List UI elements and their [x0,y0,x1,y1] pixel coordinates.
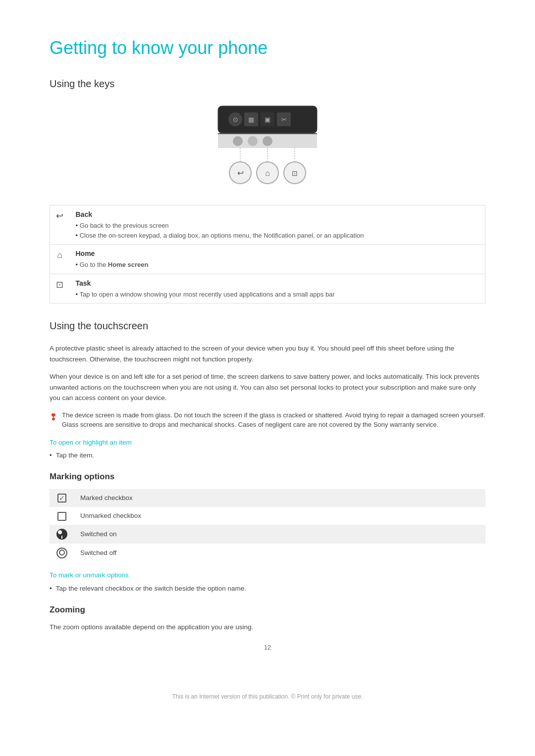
switched-on-label: Switched on [74,525,485,544]
to-mark-heading: To mark or unmark options [50,570,485,580]
marking-row-switch-on: Switched on [50,525,485,544]
svg-text:⌂: ⌂ [265,169,270,177]
home-description: Home Go to the Home screen [70,245,485,274]
marking-row-unchecked: Unmarked checkbox [50,507,485,525]
marked-checkbox-label: Marked checkbox [74,489,485,507]
back-icon: ↩ [50,205,70,245]
switched-off-label: Switched off [74,544,485,562]
touchscreen-paragraph-1: A protective plastic sheet is already at… [50,343,485,364]
home-title: Home [76,249,480,259]
switch-on-icon [50,525,74,544]
home-icon: ⌂ [50,245,70,274]
to-open-bullet-text: Tap the item. [56,451,94,460]
task-icon: ⊡ [50,274,70,303]
task-bullet-1: Tap to open a window showing your most r… [76,290,480,300]
svg-text:▦: ▦ [248,116,254,123]
back-bullet-2: Close the on-screen keypad, a dialog box… [76,231,480,241]
key-back-row: ↩ Back Go back to the previous screen Cl… [50,205,485,245]
to-open-bullet-item: • Tap the item. [50,451,485,460]
marking-options-table: Marked checkbox Unmarked checkbox Switch… [50,489,485,563]
back-bullet-1: Go back to the previous screen [76,221,480,231]
warning-block: ❢ The device screen is made from glass. … [50,410,485,430]
phone-diagram: ⊙ ▦ ▣ ✂ ↩ ⌂ ⊡ [50,101,485,190]
svg-text:↩: ↩ [237,169,244,177]
svg-point-12 [248,136,258,146]
warning-icon: ❢ [50,411,57,424]
key-home-row: ⌂ Home Go to the Home screen [50,245,485,274]
zooming-text: The zoom options available depend on the… [50,622,485,633]
svg-point-13 [263,136,272,146]
section-using-keys-heading: Using the keys [50,76,485,91]
to-mark-bullet-item: • Tap the relevant checkbox or the switc… [50,584,485,594]
bullet-dot-2: • [50,584,52,594]
key-task-row: ⊡ Task Tap to open a window showing your… [50,274,485,303]
bullet-dot: • [50,451,52,460]
back-description: Back Go back to the previous screen Clos… [70,205,485,245]
section-touchscreen-heading: Using the touchscreen [50,318,485,333]
svg-text:▣: ▣ [265,116,270,123]
task-title: Task [76,278,480,289]
to-open-heading: To open or highlight an item [50,438,485,448]
marking-row-checked: Marked checkbox [50,489,485,507]
unmarked-checkbox-label: Unmarked checkbox [74,507,485,525]
unchecked-checkbox-icon [50,507,74,525]
back-title: Back [76,209,480,220]
svg-point-11 [233,136,243,146]
marking-options-heading: Marking options [50,470,485,483]
touchscreen-paragraph-2: When your device is on and left idle for… [50,371,485,403]
page-number: 12 [50,643,485,653]
marking-row-switch-off: Switched off [50,544,485,562]
zooming-heading: Zooming [50,604,485,616]
home-bullet-1: Go to the Home screen [76,260,480,270]
checked-checkbox-icon [50,489,74,507]
svg-rect-9 [218,133,317,134]
page-footer: This is an Internet version of this publ… [50,682,485,701]
switch-off-icon [50,544,74,562]
svg-text:⊙: ⊙ [233,116,238,123]
to-mark-bullet-text: Tap the relevant checkbox or the switch … [56,584,246,594]
svg-text:✂: ✂ [281,116,287,123]
svg-text:⊡: ⊡ [292,169,298,177]
task-description: Task Tap to open a window showing your m… [70,274,485,303]
page-title: Getting to know your phone [50,35,485,61]
keys-table: ↩ Back Go back to the previous screen Cl… [50,205,485,303]
warning-text: The device screen is made from glass. Do… [62,410,485,430]
